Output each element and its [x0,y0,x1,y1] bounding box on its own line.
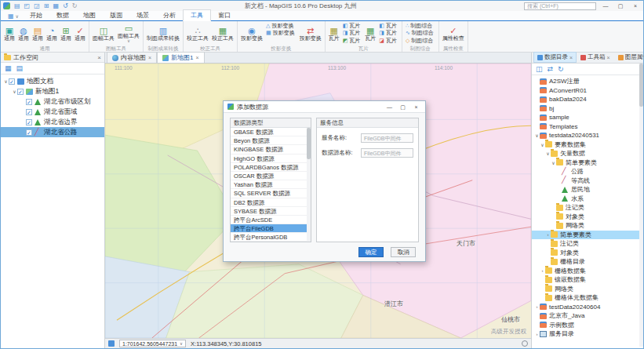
map-document-tab[interactable]: 新地图1 [157,52,205,63]
catalog-tree-item[interactable]: 注记类 [532,203,643,213]
datasource-type-option[interactable]: SQL SERVER 数据源 [231,189,311,198]
cancel-button[interactable]: 取消 [391,247,416,257]
catalog-tree-item[interactable]: 镶嵌数据集 [532,275,643,285]
catalog-tree-item[interactable]: 网络类 [532,285,643,294]
expand-arrow-icon[interactable]: ∨ [3,78,9,84]
ribbon-button[interactable]: ▦ 瓦片 [363,22,377,45]
layer-checkbox[interactable] [26,109,32,115]
redo-icon[interactable]: ↻ [72,2,78,9]
layer-tree-item[interactable]: ∨ 地图文档 [1,76,104,86]
datasource-type-option[interactable]: POLARDBGanos 数据源 [231,163,311,172]
scale-combobox[interactable]: 1:701642.5605447231 ∨ [119,340,186,347]
catalog-tree-item[interactable]: ∨ testdata20240531 [532,131,643,140]
grid-icon[interactable]: ▦ [53,2,59,9]
dialog-close-button[interactable]: × [411,102,421,112]
ribbon-button[interactable]: ∴ 校正工具 [185,22,210,45]
layer-checkbox[interactable] [26,129,32,136]
catalog-tree-item[interactable]: bj [532,104,643,114]
save-icon[interactable]: ▤ [14,2,20,9]
close-tab-icon[interactable] [196,55,199,60]
layer-tree-item[interactable]: 湖北省市级区划 [1,96,104,107]
catalog-tree-item[interactable]: 等高线 [532,176,643,186]
layer-checkbox[interactable] [26,99,32,105]
ribbon-button[interactable]: ◇ 制图综合 [404,37,437,45]
layer-tree-item[interactable]: 湖北省边界 [1,117,104,127]
layer-checkbox[interactable] [9,78,15,85]
catalog-tree-item[interactable]: › 栅格数据集 [532,267,643,276]
ribbon-button[interactable]: ◔ 通用 [45,22,59,45]
ribbon-button[interactable]: ▦ 瓦片 [327,22,341,45]
catalog-tree-item[interactable]: sample [532,113,643,122]
layout-icon[interactable]: ▤ [16,64,24,72]
expand-arrow-icon[interactable]: ∨ [545,151,551,156]
ribbon-search-input[interactable] [524,2,596,10]
catalog-tree-item[interactable]: 栅格体元数据集 [532,293,643,303]
ribbon-button[interactable]: ⇄ 投影变换 [298,22,323,45]
ribbon-tab[interactable]: 分析 [156,10,183,20]
panel-tab[interactable]: 工具箱 [577,52,614,63]
catalog-tree-item[interactable]: bakData2024 [532,95,643,104]
datasource-type-option[interactable]: OSCAR 数据源 [231,172,311,180]
close-panel-icon[interactable]: × [97,54,101,61]
datasource-name-input[interactable]: FileGDB中间件 [361,148,413,158]
ribbon-button[interactable]: ∴ 制图综合 [404,22,437,30]
new-map-icon[interactable]: ▦ [5,64,12,72]
ribbon-button[interactable]: ✓ 属性检查 [441,22,466,45]
datasource-type-option[interactable]: HighGO 数据源 [231,155,311,163]
panel-tab[interactable]: 图层属性 [614,52,644,63]
close-button[interactable]: × [630,2,641,10]
expand-arrow-icon[interactable]: › [540,268,545,273]
catalog-tree-item[interactable]: 栅格目录 [532,257,643,267]
ribbon-tab[interactable]: 工具 [183,9,211,21]
minimize-button[interactable]: — [600,2,611,10]
panel-tab[interactable]: 数据目录 [533,52,577,63]
expand-arrow-icon[interactable]: › [545,232,551,237]
datasource-type-option[interactable]: Beyon 数据源 [231,136,311,145]
catalog-tree-item[interactable]: › 简单要素类 [532,231,643,240]
service-name-input[interactable]: FileGDB中间件 [361,133,413,143]
tools-icon[interactable]: ⊞ [44,2,49,9]
ribbon-tab[interactable]: 数据 [49,10,76,20]
expand-arrow-icon[interactable]: ∨ [534,133,540,138]
datasource-type-option[interactable]: 跨平台PersonalGDB [231,233,311,242]
scrollbar-thumb[interactable] [639,64,643,107]
catalog-scrollbar[interactable] [639,64,643,347]
catalog-tree-item[interactable]: ∨ 要素数据集 [532,140,643,150]
dialog-minimize-button[interactable]: — [384,102,395,112]
import-icon[interactable]: ◲ [34,2,40,9]
dialog-maximize-button[interactable]: ▢ [398,102,408,112]
ribbon-button[interactable]: ✓ 通用 [73,22,87,45]
undo-icon[interactable]: ↺ [63,2,68,9]
expand-arrow-icon[interactable]: › [534,304,540,309]
ribbon-tab[interactable]: 开始 [23,10,49,20]
catalog-tree-item[interactable]: 居民地 [532,185,643,194]
maximize-button[interactable]: ▢ [615,2,626,10]
ok-button[interactable]: 确定 [358,247,384,257]
ribbon-button[interactable]: ▭ 图幅工具 ∨ [116,22,141,45]
datasource-type-option[interactable]: 跨平台FileGDB [231,224,311,233]
datasource-type-option[interactable]: KINGBASE 数据源 [231,145,311,154]
ribbon-button[interactable]: ▤ 通用 [31,22,45,45]
ribbon-button[interactable]: ◨ 瓦片 [341,30,364,38]
catalog-tree-item[interactable]: 注记类 [532,239,643,249]
ribbon-button[interactable]: ▦ 投影变换 [264,30,298,38]
catalog-tree-item[interactable]: › 服务目录 [532,329,643,339]
catalog-tree-item[interactable]: 网络类 [532,221,643,231]
expand-arrow-icon[interactable]: ∨ [551,160,556,165]
close-tab-icon[interactable] [148,55,151,60]
datasource-type-list[interactable]: GBASE 数据源Beyon 数据源KINGBASE 数据源HighGO 数据源… [231,128,311,242]
locate-icon[interactable] [522,340,528,347]
ribbon-tab[interactable]: 版面 [103,10,129,20]
expand-arrow-icon[interactable]: ∨ [12,89,17,94]
expand-arrow-icon[interactable]: ∨ [540,142,545,147]
catalog-tree-item[interactable]: 对象类 [532,249,643,258]
sync-icon[interactable]: ⇄ [548,65,554,73]
datasource-type-option[interactable]: 跨平台ArcSDE [231,216,311,224]
ribbon-button[interactable]: ◉ 投影变换 [239,22,264,45]
ribbon-button[interactable]: ∿ 制图综合 [404,30,437,38]
catalog-tree-item[interactable]: 对象类 [532,213,643,222]
ribbon-tab[interactable]: 场景 [129,10,156,20]
datasource-type-option[interactable]: DB2 数据源 [231,198,311,207]
ribbon-button[interactable]: ◍ 通用 [16,22,31,45]
catalog-tree-item[interactable]: 公路 [532,167,643,176]
